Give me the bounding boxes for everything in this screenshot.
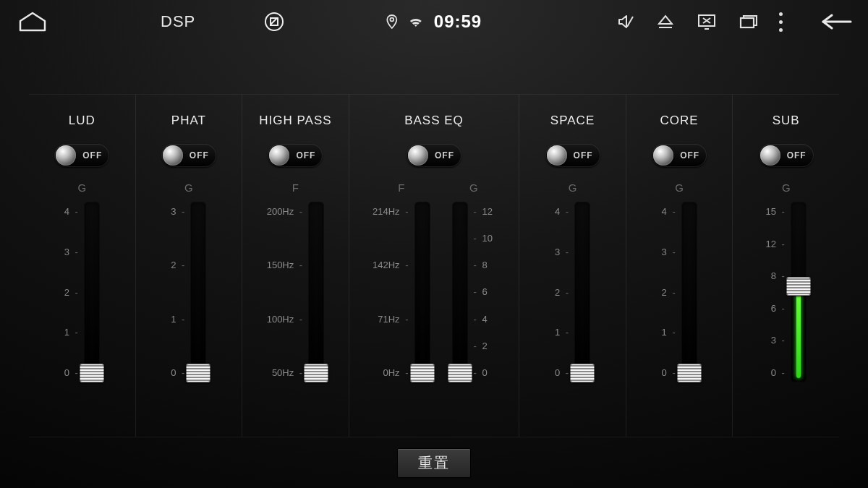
reset-button[interactable]: 重置 xyxy=(397,448,471,478)
recent-apps-icon[interactable] xyxy=(739,14,757,30)
tick-labels: 121086420 xyxy=(468,202,495,382)
slider-track[interactable] xyxy=(190,202,206,382)
column-lud: LUDOFFG43210 xyxy=(29,95,135,437)
slider-label: F xyxy=(292,177,299,197)
tick-labels: 43210 xyxy=(64,202,84,382)
tick-labels: 200Hz150Hz100Hz50Hz xyxy=(267,202,309,382)
column-space: SPACEOFFG43210 xyxy=(519,95,626,437)
slider-label: G xyxy=(569,177,577,197)
wifi-icon xyxy=(408,15,424,28)
column-title: HIGH PASS xyxy=(259,114,331,128)
toggle-basseq[interactable]: OFF xyxy=(407,144,461,167)
slider-label: F xyxy=(398,177,404,197)
column-highpass: HIGH PASSOFFF200Hz150Hz100Hz50Hz xyxy=(242,95,349,437)
slider-thumb[interactable] xyxy=(677,364,702,382)
slider-track[interactable] xyxy=(791,202,807,382)
slider-label: G xyxy=(184,177,193,197)
clock: 09:59 xyxy=(434,12,482,32)
sliders-row: G3210 xyxy=(171,177,206,382)
tick-labels: 43210 xyxy=(662,202,681,382)
slider-basseq-1: G121086420 xyxy=(452,177,495,382)
slider-thumb[interactable] xyxy=(304,364,328,382)
app-title: DSP xyxy=(161,12,195,31)
slider-box: 214Hz142Hz71Hz0Hz xyxy=(373,202,430,382)
slider-lud-0: G43210 xyxy=(64,177,100,382)
toggle-sub[interactable]: OFF xyxy=(759,144,814,167)
eject-icon[interactable] xyxy=(656,14,675,30)
slider-label: G xyxy=(675,177,684,197)
slider-box: 3210 xyxy=(171,202,206,382)
svg-point-2 xyxy=(390,18,393,22)
tick-labels: 214Hz142Hz71Hz0Hz xyxy=(373,202,414,382)
slider-thumb[interactable] xyxy=(186,364,210,382)
column-title: SUB xyxy=(773,114,800,128)
column-title: LUD xyxy=(69,114,95,128)
sliders-row: G43210 xyxy=(555,177,590,382)
column-phat: PHATOFFG3210 xyxy=(135,95,242,437)
slider-track[interactable] xyxy=(414,202,430,382)
slider-thumb[interactable] xyxy=(570,364,595,382)
overflow-menu-icon[interactable] xyxy=(779,12,783,32)
slider-thumb[interactable] xyxy=(786,277,811,296)
slider-basseq-0: F214Hz142Hz71Hz0Hz xyxy=(373,177,430,382)
status-bar: DSP 09:59 xyxy=(0,0,868,43)
sliders-row: G15128630 xyxy=(766,177,807,382)
column-title: PHAT xyxy=(171,114,206,128)
slider-box: 43210 xyxy=(662,202,697,382)
toggle-phat[interactable]: OFF xyxy=(161,144,216,167)
slider-box: 121086420 xyxy=(452,202,495,382)
sliders-row: F214Hz142Hz71Hz0HzG121086420 xyxy=(373,177,495,382)
slider-label: G xyxy=(469,177,478,197)
screen-scale-icon[interactable] xyxy=(265,12,284,31)
slider-sub-0: G15128630 xyxy=(766,177,807,382)
toggle-lud[interactable]: OFF xyxy=(54,144,109,167)
column-title: CORE xyxy=(660,114,699,128)
toggle-core[interactable]: OFF xyxy=(652,144,707,167)
slider-space-0: G43210 xyxy=(555,177,590,382)
tick-labels: 3210 xyxy=(171,202,190,382)
column-sub: SUBOFFG15128630 xyxy=(732,95,839,437)
slider-label: G xyxy=(782,177,791,197)
slider-thumb[interactable] xyxy=(448,364,472,382)
slider-highpass-0: F200Hz150Hz100Hz50Hz xyxy=(267,177,325,382)
column-basseq: BASS EQOFFF214Hz142Hz71Hz0HzG121086420 xyxy=(349,95,519,437)
slider-label: G xyxy=(77,177,86,197)
column-title: BASS EQ xyxy=(404,114,464,128)
slider-box: 200Hz150Hz100Hz50Hz xyxy=(267,202,325,382)
toggle-highpass[interactable]: OFF xyxy=(268,144,323,167)
mute-icon[interactable] xyxy=(617,14,634,30)
home-icon[interactable] xyxy=(17,11,48,33)
svg-rect-4 xyxy=(741,18,754,27)
slider-thumb[interactable] xyxy=(410,364,435,382)
back-icon[interactable] xyxy=(819,12,854,31)
close-screen-icon[interactable] xyxy=(697,13,717,30)
toggle-space[interactable]: OFF xyxy=(545,144,600,167)
slider-core-0: G43210 xyxy=(662,177,697,382)
sliders-row: F200Hz150Hz100Hz50Hz xyxy=(267,177,325,382)
slider-box: 43210 xyxy=(64,202,100,382)
column-core: COREOFFG43210 xyxy=(626,95,733,437)
location-icon xyxy=(386,14,398,29)
slider-thumb[interactable] xyxy=(80,364,104,382)
equalizer-panel: LUDOFFG43210PHATOFFG3210HIGH PASSOFFF200… xyxy=(29,94,839,437)
slider-track[interactable] xyxy=(452,202,468,382)
sliders-row: G43210 xyxy=(64,177,100,382)
slider-track[interactable] xyxy=(308,202,324,382)
slider-track[interactable] xyxy=(84,202,100,382)
slider-box: 15128630 xyxy=(766,202,807,382)
slider-phat-0: G3210 xyxy=(171,177,206,382)
tick-labels: 43210 xyxy=(555,202,574,382)
column-title: SPACE xyxy=(550,114,595,128)
sliders-row: G43210 xyxy=(662,177,697,382)
slider-box: 43210 xyxy=(555,202,590,382)
slider-track[interactable] xyxy=(681,202,697,382)
slider-track[interactable] xyxy=(574,202,590,382)
